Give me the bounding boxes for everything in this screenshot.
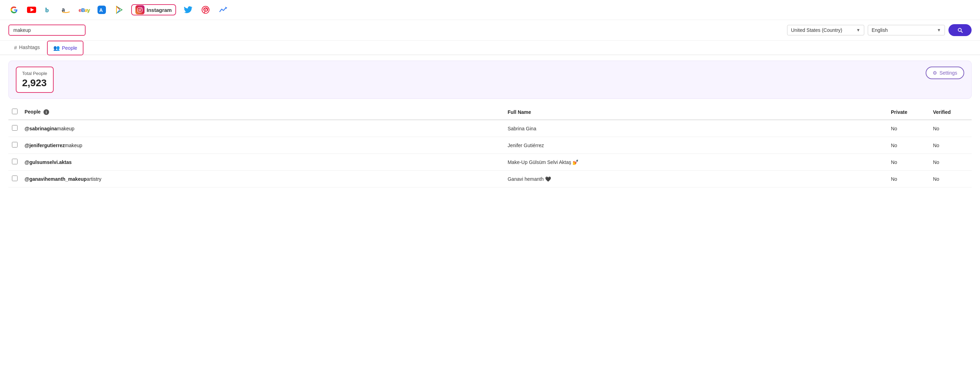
pinterest-nav-icon[interactable] bbox=[200, 4, 211, 16]
username-normal-1: makeup bbox=[65, 142, 83, 148]
stats-panel: Total People 2,923 ⚙ Settings bbox=[8, 61, 972, 99]
people-icon: 👥 bbox=[53, 45, 60, 51]
search-input[interactable] bbox=[13, 27, 81, 33]
header-fullname: Full Name bbox=[504, 104, 888, 120]
row-verified-2: No bbox=[929, 154, 972, 171]
tab-hashtags-label: Hashtags bbox=[19, 44, 40, 50]
svg-rect-10 bbox=[137, 7, 142, 12]
row-private-1: No bbox=[888, 137, 929, 154]
search-input-wrapper bbox=[8, 25, 86, 36]
gear-icon: ⚙ bbox=[933, 70, 937, 76]
playstore-nav-icon[interactable] bbox=[114, 4, 125, 16]
table-header-row: People i Full Name Private Verified bbox=[8, 104, 972, 120]
row-username-1: @jenifergutierrezmakeup bbox=[21, 137, 504, 154]
trends-nav-icon[interactable] bbox=[218, 4, 229, 16]
ebay-nav-icon[interactable]: eBay bbox=[79, 4, 90, 16]
row-checkbox-cell-3 bbox=[8, 171, 21, 187]
row-checkbox-cell-2 bbox=[8, 154, 21, 171]
row-fullname-1: Jenifer Gutiérrez bbox=[504, 137, 888, 154]
language-select-wrapper[interactable]: English Spanish French German ▼ bbox=[868, 25, 945, 35]
search-bar-area: United States (Country) United Kingdom (… bbox=[0, 20, 980, 41]
row-checkbox-0[interactable] bbox=[12, 125, 18, 131]
row-private-3: No bbox=[888, 171, 929, 187]
country-select-wrapper[interactable]: United States (Country) United Kingdom (… bbox=[787, 25, 864, 35]
bing-nav-icon[interactable]: b bbox=[43, 4, 55, 16]
search-icon bbox=[957, 27, 963, 33]
row-username-0: @sabrinaginamakeup bbox=[21, 120, 504, 137]
row-fullname-0: Sabrina Gina bbox=[504, 120, 888, 137]
amazon-nav-icon[interactable]: a bbox=[61, 4, 72, 16]
row-private-2: No bbox=[888, 154, 929, 171]
username-bold-2: @gulsumselvi.aktas bbox=[25, 160, 72, 165]
hashtag-icon: # bbox=[14, 44, 17, 51]
row-private-0: No bbox=[888, 120, 929, 137]
username-bold-3: @ganavihemanth_makeup bbox=[25, 176, 87, 182]
header-verified: Verified bbox=[929, 104, 972, 120]
row-checkbox-cell-0 bbox=[8, 120, 21, 137]
row-username-2: @gulsumselvi.aktas bbox=[21, 154, 504, 171]
row-verified-0: No bbox=[929, 120, 972, 137]
svg-point-11 bbox=[139, 9, 141, 11]
people-info-icon[interactable]: i bbox=[43, 109, 49, 115]
row-checkbox-1[interactable] bbox=[12, 142, 18, 147]
total-people-value: 2,923 bbox=[22, 78, 47, 89]
search-button[interactable] bbox=[948, 24, 972, 36]
people-table: People i Full Name Private Verified @sab… bbox=[8, 104, 972, 187]
row-checkbox-cell-1 bbox=[8, 137, 21, 154]
row-verified-1: No bbox=[929, 137, 972, 154]
username-bold-1: @jenifergutierrez bbox=[25, 142, 65, 148]
svg-text:b: b bbox=[45, 7, 49, 14]
google-nav-icon[interactable] bbox=[8, 4, 20, 16]
table-row: @ganavihemanth_makeupartistry Ganavi hem… bbox=[8, 171, 972, 187]
tab-hashtags[interactable]: # Hashtags bbox=[8, 41, 46, 55]
row-fullname-3: Ganavi hemanth 🖤 bbox=[504, 171, 888, 187]
table-row: @sabrinaginamakeup Sabrina Gina No No bbox=[8, 120, 972, 137]
tab-people-label: People bbox=[62, 45, 78, 51]
row-username-3: @ganavihemanth_makeupartistry bbox=[21, 171, 504, 187]
settings-button[interactable]: ⚙ Settings bbox=[926, 66, 964, 79]
row-checkbox-2[interactable] bbox=[12, 159, 18, 164]
row-checkbox-3[interactable] bbox=[12, 176, 18, 181]
tab-people[interactable]: 👥 People bbox=[47, 41, 84, 55]
tabs-area: # Hashtags 👥 People bbox=[0, 41, 980, 55]
country-dropdown-arrow: ▼ bbox=[856, 28, 861, 33]
row-fullname-2: Make-Up Gülsüm Selvi Aktaş 💅 bbox=[504, 154, 888, 171]
settings-label: Settings bbox=[939, 70, 957, 76]
instagram-nav-icon[interactable]: Instagram bbox=[131, 4, 176, 16]
total-people-box: Total People 2,923 bbox=[16, 66, 54, 93]
username-normal-0: makeup bbox=[57, 126, 74, 131]
top-nav: b a eBay A bbox=[0, 0, 980, 20]
table-container: People i Full Name Private Verified @sab… bbox=[8, 104, 972, 187]
language-dropdown-arrow: ▼ bbox=[937, 28, 941, 33]
table-row: @gulsumselvi.aktas Make-Up Gülsüm Selvi … bbox=[8, 154, 972, 171]
instagram-icon bbox=[135, 5, 145, 14]
select-all-checkbox[interactable] bbox=[12, 109, 18, 114]
twitter-nav-icon[interactable] bbox=[182, 4, 194, 16]
header-private: Private bbox=[888, 104, 929, 120]
country-select[interactable]: United States (Country) United Kingdom (… bbox=[791, 27, 854, 33]
svg-text:A: A bbox=[99, 7, 103, 13]
svg-point-12 bbox=[141, 8, 142, 9]
youtube-nav-icon[interactable] bbox=[26, 4, 37, 16]
instagram-label: Instagram bbox=[146, 7, 172, 13]
header-checkbox-cell bbox=[8, 104, 21, 120]
total-people-label: Total People bbox=[22, 71, 47, 76]
username-bold-0: @sabrinagina bbox=[25, 126, 57, 131]
username-normal-3: artistry bbox=[87, 176, 101, 182]
row-verified-3: No bbox=[929, 171, 972, 187]
language-select[interactable]: English Spanish French German bbox=[872, 27, 935, 33]
header-people: People i bbox=[21, 104, 504, 120]
table-row: @jenifergutierrezmakeup Jenifer Gutiérre… bbox=[8, 137, 972, 154]
appstore-nav-icon[interactable]: A bbox=[96, 4, 107, 16]
